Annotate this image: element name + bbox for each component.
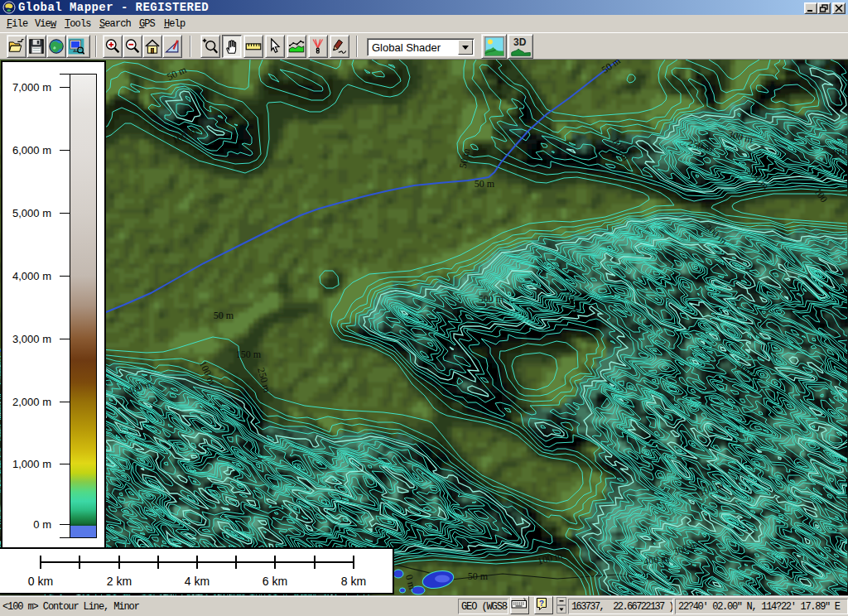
svg-text:3D: 3D <box>513 36 527 48</box>
svg-text:50 m: 50 m <box>475 178 495 190</box>
svg-text:50 m: 50 m <box>214 310 234 321</box>
svg-text:150 m: 150 m <box>236 349 262 360</box>
svg-text:500 m: 500 m <box>479 293 504 305</box>
svg-text:400: 400 <box>831 147 846 158</box>
svg-text:50 m: 50 m <box>468 570 489 582</box>
